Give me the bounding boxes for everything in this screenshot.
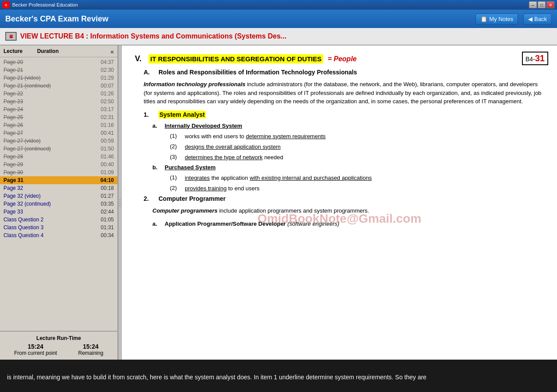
paren-list-purchased: (1) integrates the application with exis… [170,174,544,192]
my-notes-button[interactable]: 📋 My Notes [476,14,518,24]
item-label: Page 32 [4,185,101,191]
sidebar-item-page28[interactable]: Page 28 01:46 [0,153,117,161]
alpha-item-a: a. Internally Developed System [152,122,544,129]
item-label: Page 27 [4,130,101,136]
item-duration: 01:05 [101,217,114,223]
title-bar-left: B Becker Professional Education [3,1,78,8]
sidebar-item-page23[interactable]: Page 23 02:50 [0,98,117,105]
app-header: Becker's CPA Exam Review 📋 My Notes ◀ Ba… [0,10,557,28]
main-layout: Lecture Duration « Page 20 04:37 Page 21… [0,46,557,360]
num-list-2: 2. Computer Programmer [144,195,544,202]
alpha-content-b: Purchased System [165,164,215,171]
alpha-content-cp: Application Programmer/Software Develope… [165,220,339,227]
alpha-content-a: Internally Developed System [165,122,242,129]
sidebar-item-classq3[interactable]: Class Question 3 01:31 [0,224,117,231]
minimize-button[interactable]: – [529,1,537,8]
item-duration: 04:10 [100,177,114,183]
people-text: = People [328,55,356,63]
paren-content-1: works with end users to determine system… [185,133,326,140]
item-duration: 01:50 [101,146,114,152]
num-label-1: 1. [144,111,154,118]
item-duration: 01:16 [101,122,114,128]
item-duration: 02:30 [101,67,114,73]
num-item-2: 2. Computer Programmer [144,195,544,202]
paren-item-3: (3) determines the type of network neede… [170,154,544,161]
item-label: Page 30 [4,169,101,175]
sidebar-item-page21cont[interactable]: Page 21 (continued) 00:07 [0,82,117,90]
item-label: Page 33 [4,209,101,215]
back-button[interactable]: ◀ Back [523,14,552,24]
paren-label-2: (2) [170,143,180,151]
window-controls[interactable]: – □ ✕ [529,1,554,8]
sidebar-item-page22[interactable]: Page 22 01:26 [0,90,117,98]
sub-heading-a: A. Roles and Responsibilities of Informa… [144,69,544,76]
item-duration: 01:31 [101,224,114,231]
item-duration: 01:26 [101,91,114,97]
current-time-value: 15:24 [14,343,57,350]
item-duration: 00:07 [101,83,114,89]
paren-content-3: determines the type of network needed [185,154,283,161]
sidebar-item-page26[interactable]: Page 26 01:16 [0,121,117,129]
sidebar-item-page24[interactable]: Page 24 03:17 [0,105,117,113]
item-label: Page 26 [4,122,101,128]
item-label: Page 21 (continued) [4,83,101,89]
paren-item-b2: (2) provides training to end users [170,185,544,192]
collapse-button[interactable]: « [110,48,114,55]
item-duration: 01:46 [101,154,114,160]
runtime-row: 15:24 From current point 15:24 Remaining [4,343,114,356]
sidebar-item-page32video[interactable]: Page 32 (video) 01:27 [0,192,117,200]
paren-label-1: (1) [170,133,180,140]
app-title: Becker's CPA Exam Review [5,14,108,24]
item-duration: 00:18 [101,185,114,191]
caption-bar: is internal, meaning we have to build it… [0,360,557,392]
paren-item-b1: (1) integrates the application with exis… [170,174,544,182]
item-duration: 00:59 [101,138,114,144]
body-text-a: Information technology professionals inc… [144,80,544,106]
paren-content-b1: integrates the application with existing… [185,174,372,182]
sidebar-item-page32cont[interactable]: Page 32 (continued) 03:35 [0,200,117,208]
sidebar-item-page21[interactable]: Page 21 02:30 [0,66,117,74]
page-badge-prefix: B4- [525,56,535,63]
sidebar-divider[interactable]: ⋮ [118,46,122,360]
item-duration: 01:27 [101,193,114,199]
back-icon: ◀ [528,16,532,22]
maximize-button[interactable]: □ [538,1,546,8]
paren-label-b1: (1) [170,174,180,182]
sidebar-item-page21video[interactable]: Page 21 (video) 01:29 [0,74,117,82]
close-button[interactable]: ✕ [546,1,554,8]
section-title: IT RESPONSIBILITIES AND SEGREGATION OF D… [148,54,323,63]
page-badge: B4-31 [522,52,548,65]
item-duration: 01:29 [101,75,114,81]
sidebar-item-classq4[interactable]: Class Question 4 00:34 [0,231,117,239]
item-duration: 01:09 [101,169,114,175]
alpha-item-b: b. Purchased System [152,164,544,171]
sidebar-bottom: Lecture Run-Time 15:24 From current poin… [0,331,117,360]
lecture-column-label: Lecture Duration [4,48,59,55]
sidebar-item-page33[interactable]: Page 33 02:44 [0,208,117,216]
num-content-2: Computer Programmer [159,195,226,202]
sidebar-item-page31[interactable]: Page 31 04:10 [0,176,117,184]
sidebar-item-page25[interactable]: Page 25 02:31 [0,113,117,121]
item-label: Page 29 [4,161,101,168]
app-name: Becker Professional Education [12,2,78,7]
caption-text: is internal, meaning we have to build it… [7,373,427,382]
item-label: Class Question 2 [4,217,101,223]
sidebar-item-page30[interactable]: Page 30 01:09 [0,168,117,176]
paren-item-1: (1) works with end users to determine sy… [170,133,544,140]
body-text-cp: Computer programmers include application… [152,206,544,215]
sidebar-item-page27cont[interactable]: Page 27 (continued) 01:50 [0,145,117,153]
sidebar-item-page27[interactable]: Page 27 00:41 [0,129,117,137]
sidebar-item-classq2[interactable]: Class Question 2 01:05 [0,216,117,224]
title-bar: B Becker Professional Education – □ ✕ [0,0,557,10]
from-current-label: From current point [14,350,57,356]
sidebar-item-page32[interactable]: Page 32 00:18 [0,184,117,192]
sidebar-item-page29[interactable]: Page 29 00:40 [0,161,117,168]
item-label: Page 32 (continued) [4,201,101,207]
remaining-label: Remaining [78,350,103,356]
sidebar-item-page27video[interactable]: Page 27 (video) 00:59 [0,137,117,145]
item-label: Class Question 3 [4,224,101,231]
sub-heading-text-a: Roles and Responsibilities of Informatio… [159,69,357,76]
page-badge-number: 31 [535,53,545,63]
paren-content-b2: provides training to end users [185,185,260,192]
sidebar-item-page20[interactable]: Page 20 04:37 [0,58,117,66]
